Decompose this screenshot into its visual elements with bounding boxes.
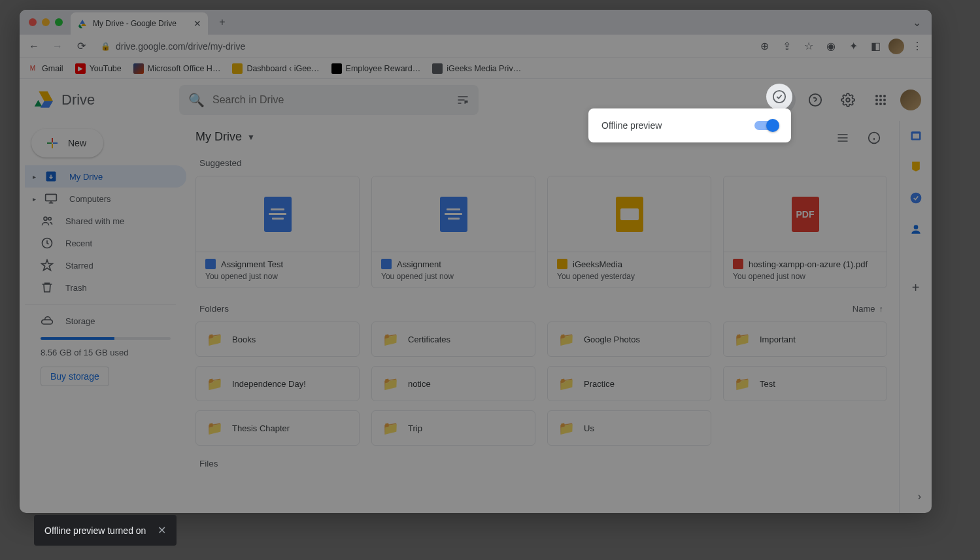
- url-text: drive.google.com/drive/my-drive: [116, 41, 245, 52]
- calendar-icon[interactable]: [909, 129, 922, 142]
- svg-rect-12: [46, 194, 57, 201]
- search-input[interactable]: [212, 94, 448, 106]
- main-content: My Drive ▼ Suggested Assignment TestYou …: [186, 121, 899, 513]
- bookmark-dashboard[interactable]: Dashboard ‹ iGee…: [232, 63, 319, 74]
- bookmark-employee[interactable]: Employee Reward…: [331, 63, 421, 74]
- folder-card[interactable]: 📁Practice: [547, 366, 711, 401]
- browser-menu-button[interactable]: ⋮: [908, 37, 926, 56]
- browser-window: My Drive - Google Drive ✕ + ⌄ ← → ⟳ 🔒 dr…: [20, 10, 932, 513]
- new-tab-button[interactable]: +: [213, 13, 231, 31]
- maximize-window-button[interactable]: [55, 18, 63, 26]
- sidebar-label: Starred: [65, 261, 93, 271]
- drive-body: New ▸ My Drive ▸ Computers Shared with m…: [20, 121, 932, 513]
- offline-preview-toggle[interactable]: [754, 121, 778, 130]
- chevron-down-icon: ▼: [247, 133, 255, 142]
- new-button[interactable]: New: [31, 129, 103, 157]
- folder-icon: 📁: [382, 376, 399, 391]
- bookmark-igeeks[interactable]: iGeeks Media Priv…: [432, 63, 521, 74]
- add-on-button[interactable]: +: [912, 280, 920, 295]
- install-app-button[interactable]: ⊕: [755, 37, 773, 56]
- url-bar: ← → ⟳ 🔒 drive.google.com/drive/my-drive …: [20, 35, 932, 58]
- back-button[interactable]: ←: [25, 37, 43, 56]
- sidebar-item-trash[interactable]: Trash: [25, 276, 186, 299]
- suggested-card[interactable]: AssignmentYou opened just now: [371, 176, 535, 288]
- bookmark-office[interactable]: Microsoft Office H…: [133, 63, 221, 74]
- extensions-button[interactable]: ✦: [844, 37, 862, 56]
- browser-avatar[interactable]: [888, 39, 904, 54]
- tabs-dropdown-button[interactable]: ⌄: [913, 16, 921, 29]
- bookmark-button[interactable]: ☆: [800, 37, 818, 56]
- arrow-up-icon: ↑: [879, 304, 884, 314]
- recent-icon: [41, 237, 54, 250]
- sidebar-label: Shared with me: [65, 216, 124, 226]
- folder-card[interactable]: 📁Us: [547, 410, 711, 446]
- buy-storage-button[interactable]: Buy storage: [41, 367, 109, 386]
- folder-card[interactable]: 📁notice: [371, 366, 535, 401]
- search-options-icon[interactable]: [456, 93, 469, 107]
- info-button[interactable]: [862, 126, 886, 150]
- computers-icon: [44, 192, 58, 205]
- plus-icon: [44, 135, 60, 151]
- chrome-profile-icon[interactable]: ◉: [822, 37, 840, 56]
- svg-point-7: [879, 99, 882, 101]
- slides-small-icon: [557, 259, 567, 269]
- bookmark-youtube[interactable]: ▶YouTube: [75, 63, 122, 74]
- storage-fill: [41, 337, 114, 340]
- folder-card[interactable]: 📁Books: [195, 321, 360, 357]
- suggested-card[interactable]: Assignment TestYou opened just now: [195, 176, 360, 288]
- minimize-window-button[interactable]: [42, 18, 50, 26]
- apps-grid-button[interactable]: [868, 87, 894, 113]
- offline-ready-highlight[interactable]: [766, 84, 792, 110]
- sidebar-item-storage[interactable]: Storage: [25, 310, 186, 332]
- files-label: Files: [199, 459, 887, 469]
- close-window-button[interactable]: [29, 18, 37, 26]
- docs-icon: [264, 197, 292, 232]
- sort-button[interactable]: Name↑: [853, 304, 883, 314]
- folder-card[interactable]: 📁Test: [723, 366, 887, 401]
- bookmark-gmail[interactable]: MGmail: [27, 63, 63, 74]
- folder-card[interactable]: 📁Certificates: [371, 321, 535, 357]
- svg-point-20: [913, 225, 918, 229]
- sidebar-item-computers[interactable]: ▸ Computers: [25, 188, 186, 210]
- browser-tab[interactable]: My Drive - Google Drive ✕: [71, 12, 208, 35]
- sidebar-item-shared[interactable]: Shared with me: [25, 210, 186, 232]
- folder-card[interactable]: 📁Important: [723, 321, 887, 357]
- folder-card[interactable]: 📁Trip: [371, 410, 535, 446]
- list-view-button[interactable]: [831, 126, 854, 150]
- sidebar-item-recent[interactable]: Recent: [25, 232, 186, 254]
- tasks-icon[interactable]: [909, 191, 922, 205]
- lock-icon: 🔒: [101, 42, 110, 51]
- share-button[interactable]: ⇪: [777, 37, 796, 56]
- tab-close-button[interactable]: ✕: [194, 18, 201, 29]
- folder-card[interactable]: 📁Thesis Chapter: [195, 410, 360, 446]
- suggested-card[interactable]: PDF hosting-xampp-on-azure (1).pdfYou op…: [723, 176, 887, 288]
- sidebar-item-my-drive[interactable]: ▸ My Drive: [25, 165, 186, 188]
- svg-point-13: [44, 217, 47, 220]
- forward-button[interactable]: →: [48, 37, 67, 56]
- settings-button[interactable]: [835, 87, 861, 113]
- account-avatar[interactable]: [900, 90, 921, 110]
- address-bar[interactable]: 🔒 drive.google.com/drive/my-drive: [95, 41, 750, 52]
- suggested-card[interactable]: iGeeksMediaYou opened yesterday: [547, 176, 711, 288]
- folder-icon: 📁: [382, 331, 399, 347]
- folder-card[interactable]: 📁Google Photos: [547, 321, 711, 357]
- help-button[interactable]: [802, 87, 828, 113]
- search-box[interactable]: 🔍: [179, 85, 479, 115]
- svg-point-3: [875, 95, 878, 97]
- window-controls: [29, 18, 63, 26]
- hide-sidepanel-button[interactable]: ›: [918, 491, 921, 502]
- breadcrumb-label: My Drive: [195, 130, 242, 144]
- folder-card[interactable]: 📁Independence Day!: [195, 366, 360, 401]
- folder-icon: 📁: [734, 376, 751, 391]
- keep-icon[interactable]: [909, 160, 922, 173]
- toast: Offline preview turned on ✕: [34, 515, 177, 546]
- sidepanel-button[interactable]: ◧: [866, 37, 885, 56]
- pdf-icon: PDF: [792, 197, 819, 232]
- drive-logo-icon: [30, 87, 56, 113]
- toast-close-button[interactable]: ✕: [158, 524, 166, 536]
- drive-logo[interactable]: Drive: [30, 87, 174, 113]
- bookmarks-bar: MGmail ▶YouTube Microsoft Office H… Dash…: [20, 58, 932, 79]
- reload-button[interactable]: ⟳: [72, 37, 90, 56]
- contacts-icon[interactable]: [909, 223, 922, 236]
- sidebar-item-starred[interactable]: Starred: [25, 254, 186, 276]
